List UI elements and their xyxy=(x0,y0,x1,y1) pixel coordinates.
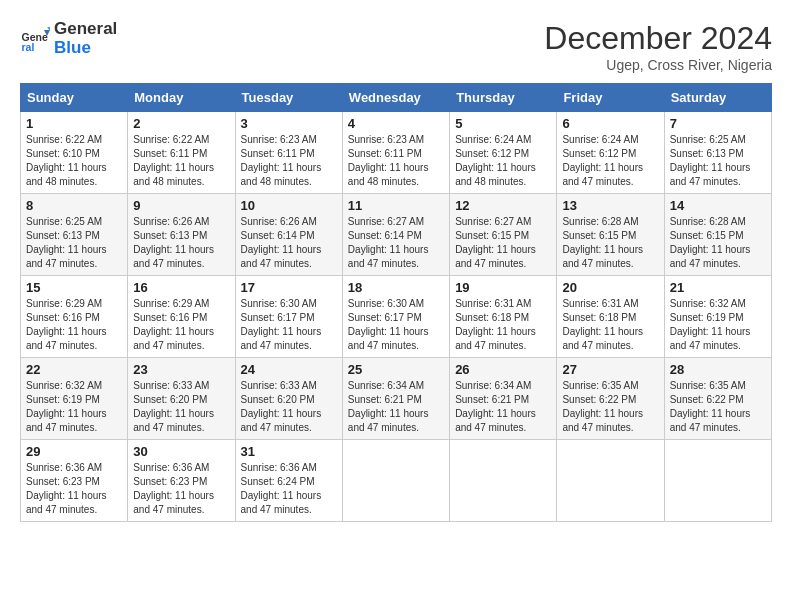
logo-icon: Gene ral xyxy=(20,24,50,54)
title-area: December 2024 Ugep, Cross River, Nigeria xyxy=(544,20,772,73)
day-number: 5 xyxy=(455,116,551,131)
calendar-cell: 9Sunrise: 6:26 AM Sunset: 6:13 PM Daylig… xyxy=(128,194,235,276)
calendar-week-5: 29Sunrise: 6:36 AM Sunset: 6:23 PM Dayli… xyxy=(21,440,772,522)
day-number: 2 xyxy=(133,116,229,131)
day-info: Sunrise: 6:31 AM Sunset: 6:18 PM Dayligh… xyxy=(562,297,658,353)
calendar-cell: 18Sunrise: 6:30 AM Sunset: 6:17 PM Dayli… xyxy=(342,276,449,358)
day-number: 6 xyxy=(562,116,658,131)
calendar-cell: 14Sunrise: 6:28 AM Sunset: 6:15 PM Dayli… xyxy=(664,194,771,276)
calendar-cell: 16Sunrise: 6:29 AM Sunset: 6:16 PM Dayli… xyxy=(128,276,235,358)
day-number: 27 xyxy=(562,362,658,377)
day-number: 29 xyxy=(26,444,122,459)
day-info: Sunrise: 6:29 AM Sunset: 6:16 PM Dayligh… xyxy=(26,297,122,353)
day-number: 23 xyxy=(133,362,229,377)
calendar-cell: 20Sunrise: 6:31 AM Sunset: 6:18 PM Dayli… xyxy=(557,276,664,358)
day-number: 8 xyxy=(26,198,122,213)
header-saturday: Saturday xyxy=(664,84,771,112)
day-number: 22 xyxy=(26,362,122,377)
calendar-cell: 21Sunrise: 6:32 AM Sunset: 6:19 PM Dayli… xyxy=(664,276,771,358)
day-number: 31 xyxy=(241,444,337,459)
calendar-cell: 3Sunrise: 6:23 AM Sunset: 6:11 PM Daylig… xyxy=(235,112,342,194)
calendar-cell xyxy=(342,440,449,522)
day-info: Sunrise: 6:33 AM Sunset: 6:20 PM Dayligh… xyxy=(241,379,337,435)
day-info: Sunrise: 6:27 AM Sunset: 6:15 PM Dayligh… xyxy=(455,215,551,271)
calendar-cell: 19Sunrise: 6:31 AM Sunset: 6:18 PM Dayli… xyxy=(450,276,557,358)
calendar-cell: 28Sunrise: 6:35 AM Sunset: 6:22 PM Dayli… xyxy=(664,358,771,440)
day-number: 12 xyxy=(455,198,551,213)
calendar-cell: 31Sunrise: 6:36 AM Sunset: 6:24 PM Dayli… xyxy=(235,440,342,522)
calendar-week-2: 8Sunrise: 6:25 AM Sunset: 6:13 PM Daylig… xyxy=(21,194,772,276)
calendar-cell: 8Sunrise: 6:25 AM Sunset: 6:13 PM Daylig… xyxy=(21,194,128,276)
day-info: Sunrise: 6:36 AM Sunset: 6:23 PM Dayligh… xyxy=(133,461,229,517)
day-info: Sunrise: 6:23 AM Sunset: 6:11 PM Dayligh… xyxy=(348,133,444,189)
calendar-cell xyxy=(664,440,771,522)
calendar-cell: 5Sunrise: 6:24 AM Sunset: 6:12 PM Daylig… xyxy=(450,112,557,194)
header-monday: Monday xyxy=(128,84,235,112)
calendar-cell: 27Sunrise: 6:35 AM Sunset: 6:22 PM Dayli… xyxy=(557,358,664,440)
logo-text-line1: General xyxy=(54,20,117,39)
header-sunday: Sunday xyxy=(21,84,128,112)
day-info: Sunrise: 6:24 AM Sunset: 6:12 PM Dayligh… xyxy=(455,133,551,189)
day-info: Sunrise: 6:35 AM Sunset: 6:22 PM Dayligh… xyxy=(562,379,658,435)
header-thursday: Thursday xyxy=(450,84,557,112)
day-number: 26 xyxy=(455,362,551,377)
day-number: 11 xyxy=(348,198,444,213)
calendar-header-row: SundayMondayTuesdayWednesdayThursdayFrid… xyxy=(21,84,772,112)
day-number: 28 xyxy=(670,362,766,377)
calendar-cell: 24Sunrise: 6:33 AM Sunset: 6:20 PM Dayli… xyxy=(235,358,342,440)
day-info: Sunrise: 6:25 AM Sunset: 6:13 PM Dayligh… xyxy=(26,215,122,271)
location-subtitle: Ugep, Cross River, Nigeria xyxy=(544,57,772,73)
day-info: Sunrise: 6:28 AM Sunset: 6:15 PM Dayligh… xyxy=(562,215,658,271)
day-number: 16 xyxy=(133,280,229,295)
day-info: Sunrise: 6:34 AM Sunset: 6:21 PM Dayligh… xyxy=(348,379,444,435)
calendar-week-4: 22Sunrise: 6:32 AM Sunset: 6:19 PM Dayli… xyxy=(21,358,772,440)
calendar-cell: 7Sunrise: 6:25 AM Sunset: 6:13 PM Daylig… xyxy=(664,112,771,194)
calendar-cell: 2Sunrise: 6:22 AM Sunset: 6:11 PM Daylig… xyxy=(128,112,235,194)
day-number: 4 xyxy=(348,116,444,131)
day-number: 21 xyxy=(670,280,766,295)
day-number: 7 xyxy=(670,116,766,131)
day-number: 20 xyxy=(562,280,658,295)
calendar-cell: 23Sunrise: 6:33 AM Sunset: 6:20 PM Dayli… xyxy=(128,358,235,440)
day-number: 30 xyxy=(133,444,229,459)
day-info: Sunrise: 6:32 AM Sunset: 6:19 PM Dayligh… xyxy=(670,297,766,353)
calendar-cell: 22Sunrise: 6:32 AM Sunset: 6:19 PM Dayli… xyxy=(21,358,128,440)
day-info: Sunrise: 6:34 AM Sunset: 6:21 PM Dayligh… xyxy=(455,379,551,435)
day-number: 3 xyxy=(241,116,337,131)
calendar-cell: 4Sunrise: 6:23 AM Sunset: 6:11 PM Daylig… xyxy=(342,112,449,194)
calendar-cell xyxy=(450,440,557,522)
page-header: Gene ral General Blue December 2024 Ugep… xyxy=(20,20,772,73)
calendar-cell: 13Sunrise: 6:28 AM Sunset: 6:15 PM Dayli… xyxy=(557,194,664,276)
calendar-cell: 10Sunrise: 6:26 AM Sunset: 6:14 PM Dayli… xyxy=(235,194,342,276)
calendar-cell: 17Sunrise: 6:30 AM Sunset: 6:17 PM Dayli… xyxy=(235,276,342,358)
day-number: 17 xyxy=(241,280,337,295)
calendar-cell: 25Sunrise: 6:34 AM Sunset: 6:21 PM Dayli… xyxy=(342,358,449,440)
calendar-table: SundayMondayTuesdayWednesdayThursdayFrid… xyxy=(20,83,772,522)
day-info: Sunrise: 6:36 AM Sunset: 6:23 PM Dayligh… xyxy=(26,461,122,517)
header-friday: Friday xyxy=(557,84,664,112)
day-number: 25 xyxy=(348,362,444,377)
day-info: Sunrise: 6:30 AM Sunset: 6:17 PM Dayligh… xyxy=(241,297,337,353)
day-number: 19 xyxy=(455,280,551,295)
day-number: 14 xyxy=(670,198,766,213)
calendar-week-1: 1Sunrise: 6:22 AM Sunset: 6:10 PM Daylig… xyxy=(21,112,772,194)
calendar-cell: 11Sunrise: 6:27 AM Sunset: 6:14 PM Dayli… xyxy=(342,194,449,276)
day-info: Sunrise: 6:25 AM Sunset: 6:13 PM Dayligh… xyxy=(670,133,766,189)
day-number: 18 xyxy=(348,280,444,295)
day-info: Sunrise: 6:32 AM Sunset: 6:19 PM Dayligh… xyxy=(26,379,122,435)
day-number: 13 xyxy=(562,198,658,213)
day-number: 10 xyxy=(241,198,337,213)
day-info: Sunrise: 6:33 AM Sunset: 6:20 PM Dayligh… xyxy=(133,379,229,435)
day-info: Sunrise: 6:26 AM Sunset: 6:14 PM Dayligh… xyxy=(241,215,337,271)
day-info: Sunrise: 6:36 AM Sunset: 6:24 PM Dayligh… xyxy=(241,461,337,517)
day-info: Sunrise: 6:22 AM Sunset: 6:10 PM Dayligh… xyxy=(26,133,122,189)
day-number: 9 xyxy=(133,198,229,213)
day-info: Sunrise: 6:24 AM Sunset: 6:12 PM Dayligh… xyxy=(562,133,658,189)
day-number: 24 xyxy=(241,362,337,377)
logo-text-line2: Blue xyxy=(54,39,117,58)
day-info: Sunrise: 6:22 AM Sunset: 6:11 PM Dayligh… xyxy=(133,133,229,189)
calendar-cell xyxy=(557,440,664,522)
month-title: December 2024 xyxy=(544,20,772,57)
header-tuesday: Tuesday xyxy=(235,84,342,112)
svg-text:ral: ral xyxy=(22,41,35,53)
